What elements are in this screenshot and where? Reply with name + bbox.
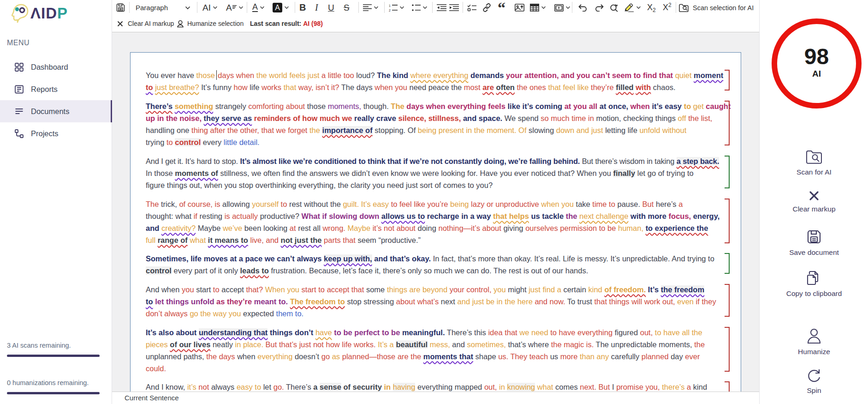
svg-text:1: 1 [389,4,391,7]
svg-text:2: 2 [389,9,391,12]
